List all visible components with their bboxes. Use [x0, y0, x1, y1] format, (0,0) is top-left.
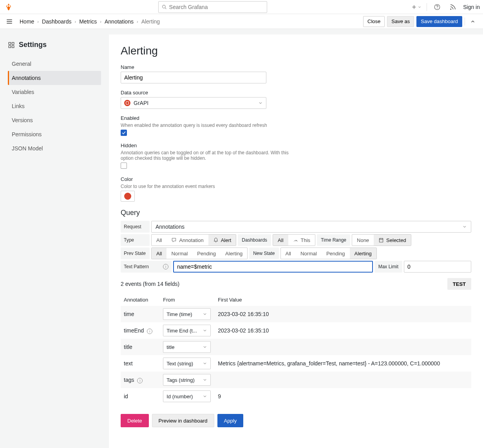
save-as-button[interactable]: Save as: [387, 16, 414, 27]
cell-value: 2023-03-02 16:35:10: [215, 322, 471, 339]
chevron-down-icon: [203, 394, 207, 399]
sidebar-item-json-model[interactable]: JSON Model: [8, 141, 101, 155]
cell-annotation: time: [121, 306, 160, 322]
breadcrumb-item[interactable]: Metrics: [79, 18, 97, 25]
datasource-select[interactable]: GrAPI: [121, 97, 266, 109]
chevron-down-icon: [203, 312, 207, 316]
prevstate-label: Prev State: [121, 247, 150, 259]
help-button[interactable]: [432, 2, 443, 13]
sidebar-item-links[interactable]: Links: [8, 99, 101, 113]
info-icon[interactable]: i: [147, 329, 152, 334]
add-menu-button[interactable]: [411, 2, 422, 13]
name-label: Name: [121, 64, 471, 70]
dashboards-all[interactable]: All: [273, 235, 288, 246]
query-heading: Query: [121, 209, 471, 217]
color-desc: Color to use for the annotation event ma…: [121, 184, 301, 189]
cell-value: Metrics {alertname=Metrics, grafana_fold…: [215, 355, 471, 372]
save-dashboard-button[interactable]: Save dashboard: [416, 16, 462, 27]
color-picker[interactable]: [121, 191, 135, 202]
breadcrumb-item[interactable]: Annotations: [105, 18, 134, 25]
prevstate-alerting[interactable]: Alerting: [221, 248, 247, 259]
search-box[interactable]: [158, 1, 267, 13]
svg-rect-13: [9, 45, 11, 47]
col-annotation: Annotation: [121, 294, 160, 306]
newstate-alerting[interactable]: Alerting: [350, 248, 376, 259]
cell-annotation: title: [121, 339, 160, 355]
chevron-down-icon: [203, 328, 207, 333]
color-label: Color: [121, 176, 471, 182]
preview-button[interactable]: Preview in dashboard: [152, 414, 214, 427]
newstate-normal[interactable]: Normal: [296, 248, 322, 259]
from-select[interactable]: Time End (t...: [163, 325, 211, 336]
hidden-label: Hidden: [121, 143, 471, 148]
maxlimit-input[interactable]: [404, 261, 471, 273]
sidebar-item-general[interactable]: General: [8, 57, 101, 71]
newstate-group: All Normal Pending Alerting: [280, 247, 377, 259]
textpattern-input[interactable]: [173, 261, 373, 273]
newstate-pending[interactable]: Pending: [322, 248, 350, 259]
table-row: timeEnd iTime End (t...2023-03-02 16:35:…: [121, 322, 471, 339]
type-alert[interactable]: Alert: [208, 235, 236, 246]
news-button[interactable]: [447, 2, 458, 13]
from-select[interactable]: Time (time): [163, 308, 211, 320]
svg-rect-16: [379, 238, 383, 242]
calendar-icon: [378, 237, 384, 243]
test-button[interactable]: TEST: [447, 278, 471, 290]
grafana-logo[interactable]: [3, 2, 14, 13]
breadcrumb-item[interactable]: Home: [20, 18, 34, 25]
col-first-value: First Value: [215, 294, 471, 306]
delete-button[interactable]: Delete: [121, 414, 149, 427]
cell-annotation: timeEnd i: [121, 322, 160, 339]
apply-button[interactable]: Apply: [217, 414, 244, 427]
breadcrumb-item[interactable]: Dashboards: [42, 18, 72, 25]
svg-point-6: [437, 8, 438, 9]
dashboards-label: Dashboards: [238, 234, 271, 246]
table-row: textText (string)Metrics {alertname=Metr…: [121, 355, 471, 372]
chevron-down-icon: [418, 5, 421, 9]
gauge-icon: [293, 237, 298, 243]
newstate-label: New State: [249, 247, 279, 259]
page-title: Alerting: [121, 45, 471, 57]
timerange-none[interactable]: None: [352, 235, 374, 246]
enabled-checkbox[interactable]: [121, 130, 127, 136]
datasource-label: Data source: [121, 90, 471, 96]
menu-toggle[interactable]: [5, 17, 14, 26]
breadcrumb-item: Alerting: [141, 18, 160, 25]
breadcrumb-sep: ›: [75, 19, 76, 24]
info-icon[interactable]: i: [163, 264, 168, 269]
dashboards-group: All This: [273, 234, 315, 246]
chevron-up-icon: [470, 19, 476, 24]
cell-annotation: tags i: [121, 372, 160, 388]
from-select[interactable]: Text (string): [163, 358, 211, 369]
dashboards-this[interactable]: This: [288, 235, 315, 246]
prevstate-all[interactable]: All: [152, 248, 166, 259]
type-all[interactable]: All: [152, 235, 166, 246]
info-icon[interactable]: i: [137, 378, 143, 383]
hidden-checkbox[interactable]: [121, 163, 127, 169]
sidebar-item-permissions[interactable]: Permissions: [8, 127, 101, 141]
collapse-button[interactable]: [467, 16, 478, 27]
timerange-selected[interactable]: Selected: [374, 235, 411, 246]
prevstate-group: All Normal Pending Alerting: [151, 247, 248, 259]
sidebar-item-annotations[interactable]: Annotations: [8, 71, 101, 85]
chevron-down-icon: [203, 378, 207, 382]
prevstate-normal[interactable]: Normal: [166, 248, 192, 259]
request-select[interactable]: Annotations: [151, 221, 471, 233]
from-select[interactable]: Tags (string): [163, 374, 211, 386]
from-select[interactable]: title: [163, 341, 211, 353]
search-input[interactable]: [169, 4, 264, 10]
prevstate-pending[interactable]: Pending: [192, 248, 221, 259]
sidebar-item-variables[interactable]: Variables: [8, 85, 101, 99]
sidebar-title: Settings: [8, 41, 101, 49]
timerange-label: Time Range: [317, 234, 350, 246]
type-annotation[interactable]: Annotation: [166, 235, 208, 246]
results-table: Annotation From First Value timeTime (ti…: [121, 294, 471, 405]
from-select[interactable]: Id (number): [163, 390, 211, 402]
newstate-all[interactable]: All: [281, 248, 296, 259]
col-from: From: [160, 294, 215, 306]
name-input[interactable]: [121, 72, 266, 83]
signin-link[interactable]: Sign in: [463, 4, 480, 10]
datasource-logo-icon: [124, 100, 130, 106]
sidebar-item-versions[interactable]: Versions: [8, 113, 101, 127]
close-button[interactable]: Close: [363, 16, 385, 27]
